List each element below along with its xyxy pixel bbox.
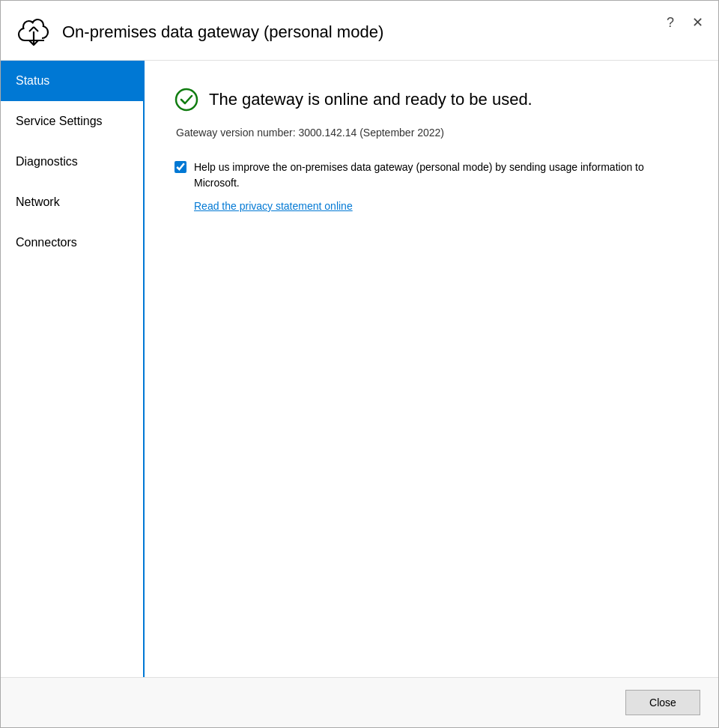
title-bar-left: On-premises data gateway (personal mode) (16, 16, 664, 48)
sidebar-item-status[interactable]: Status (1, 61, 143, 101)
improve-section: Help us improve the on-premises data gat… (175, 160, 688, 191)
improve-checkbox[interactable] (175, 161, 186, 173)
svg-line-2 (34, 27, 38, 31)
sidebar-item-network[interactable]: Network (1, 182, 143, 222)
privacy-link[interactable]: Read the privacy statement online (194, 200, 688, 212)
status-header: The gateway is online and ready to be us… (175, 88, 688, 112)
app-title: On-premises data gateway (personal mode) (62, 22, 383, 42)
svg-point-3 (176, 89, 197, 110)
main-window: On-premises data gateway (personal mode)… (0, 0, 719, 728)
title-bar: On-premises data gateway (personal mode)… (1, 1, 718, 61)
improve-text: Help us improve the on-premises data gat… (194, 160, 688, 191)
sidebar: Status Service Settings Diagnostics Netw… (1, 61, 145, 677)
main-content: Status Service Settings Diagnostics Netw… (1, 61, 718, 677)
window-close-button[interactable]: ✕ (689, 14, 706, 31)
status-online-icon (175, 88, 198, 112)
svg-line-1 (29, 27, 34, 31)
version-text: Gateway version number: 3000.142.14 (Sep… (176, 127, 688, 139)
help-button[interactable]: ? (664, 14, 677, 31)
cloud-icon (16, 16, 52, 48)
sidebar-item-diagnostics[interactable]: Diagnostics (1, 142, 143, 182)
content-area: The gateway is online and ready to be us… (145, 61, 718, 677)
close-button[interactable]: Close (625, 690, 700, 715)
sidebar-item-connectors[interactable]: Connectors (1, 222, 143, 263)
title-bar-controls: ? ✕ (664, 13, 706, 31)
footer: Close (1, 677, 718, 727)
status-title: The gateway is online and ready to be us… (209, 90, 533, 109)
sidebar-item-service-settings[interactable]: Service Settings (1, 101, 143, 142)
